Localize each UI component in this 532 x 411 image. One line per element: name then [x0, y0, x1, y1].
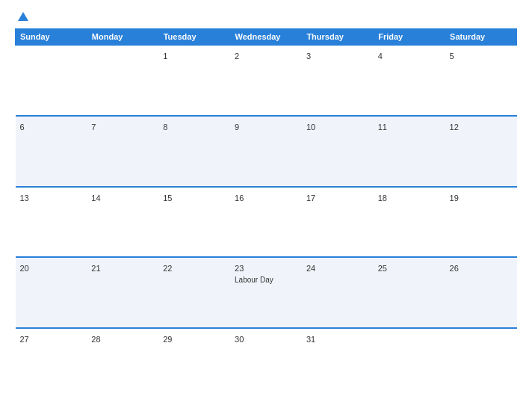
calendar-cell: 30 — [230, 328, 302, 399]
calendar-cell: 28 — [87, 328, 158, 399]
calendar-cell: 16 — [230, 187, 302, 258]
day-number: 2 — [235, 52, 239, 61]
calendar-cell — [16, 45, 87, 116]
week-row-3: 13141516171819 — [16, 187, 517, 258]
day-number: 27 — [20, 335, 29, 344]
week-row-1: 12345 — [16, 45, 517, 116]
day-number: 5 — [450, 52, 454, 61]
calendar-cell: 23Labour Day — [230, 257, 302, 328]
calendar-cell: 31 — [302, 328, 374, 399]
day-number: 23 — [235, 264, 244, 273]
day-number: 8 — [163, 123, 167, 132]
day-number: 3 — [306, 52, 311, 61]
day-number: 24 — [306, 264, 315, 273]
calendar-table: SundayMondayTuesdayWednesdayThursdayFrid… — [15, 28, 517, 399]
calendar-cell: 13 — [16, 187, 87, 258]
day-number: 28 — [91, 335, 100, 344]
day-number: 31 — [306, 335, 315, 344]
calendar-cell: 12 — [445, 116, 517, 187]
logo — [15, 12, 28, 21]
calendar-cell: 5 — [445, 45, 517, 116]
calendar-cell: 7 — [87, 116, 158, 187]
calendar-cell: 14 — [87, 187, 158, 258]
calendar-cell: 1 — [158, 45, 230, 116]
day-number: 18 — [378, 194, 387, 203]
day-number: 1 — [163, 52, 167, 61]
calendar-cell — [445, 328, 517, 399]
weekday-header-wednesday: Wednesday — [230, 29, 302, 46]
header — [15, 12, 517, 21]
calendar-cell — [87, 45, 158, 116]
calendar-cell: 3 — [302, 45, 374, 116]
logo-triangle-icon — [18, 12, 28, 21]
day-number: 16 — [235, 194, 244, 203]
weekday-header-tuesday: Tuesday — [158, 29, 230, 46]
day-number: 15 — [163, 194, 172, 203]
calendar-cell: 11 — [374, 116, 445, 187]
day-number: 6 — [20, 123, 25, 132]
day-event: Labour Day — [235, 276, 297, 284]
calendar-cell: 25 — [374, 257, 445, 328]
week-row-5: 2728293031 — [16, 328, 517, 399]
day-number: 13 — [20, 194, 29, 203]
calendar-page: SundayMondayTuesdayWednesdayThursdayFrid… — [0, 0, 532, 411]
day-number: 14 — [91, 194, 100, 203]
calendar-cell: 21 — [87, 257, 158, 328]
calendar-cell: 22 — [158, 257, 230, 328]
calendar-cell: 10 — [302, 116, 374, 187]
day-number: 21 — [91, 264, 100, 273]
day-number: 7 — [91, 123, 96, 132]
day-number: 12 — [450, 123, 459, 132]
day-number: 10 — [306, 123, 315, 132]
calendar-cell: 2 — [230, 45, 302, 116]
calendar-cell: 26 — [445, 257, 517, 328]
calendar-cell: 24 — [302, 257, 374, 328]
calendar-cell: 4 — [374, 45, 445, 116]
calendar-cell: 17 — [302, 187, 374, 258]
day-number: 22 — [163, 264, 172, 273]
calendar-cell — [374, 328, 445, 399]
calendar-cell: 15 — [158, 187, 230, 258]
calendar-cell: 19 — [445, 187, 517, 258]
day-number: 9 — [235, 123, 239, 132]
calendar-cell: 9 — [230, 116, 302, 187]
day-number: 11 — [378, 123, 387, 132]
weekday-header-monday: Monday — [87, 29, 158, 46]
weekday-header-friday: Friday — [374, 29, 445, 46]
day-number: 26 — [450, 264, 459, 273]
day-number: 29 — [163, 335, 172, 344]
calendar-cell: 20 — [16, 257, 87, 328]
calendar-cell: 29 — [158, 328, 230, 399]
calendar-cell: 27 — [16, 328, 87, 399]
day-number: 4 — [378, 52, 383, 61]
calendar-cell: 8 — [158, 116, 230, 187]
calendar-cell: 18 — [374, 187, 445, 258]
week-row-2: 6789101112 — [16, 116, 517, 187]
calendar-cell: 6 — [16, 116, 87, 187]
day-number: 17 — [306, 194, 315, 203]
day-number: 20 — [20, 264, 29, 273]
weekday-header-saturday: Saturday — [445, 29, 517, 46]
logo-blue-text — [15, 12, 28, 21]
weekday-header-row: SundayMondayTuesdayWednesdayThursdayFrid… — [16, 29, 517, 46]
week-row-4: 20212223Labour Day242526 — [16, 257, 517, 328]
weekday-header-sunday: Sunday — [16, 29, 87, 46]
day-number: 30 — [235, 335, 244, 344]
day-number: 19 — [450, 194, 459, 203]
day-number: 25 — [378, 264, 387, 273]
weekday-header-thursday: Thursday — [302, 29, 374, 46]
